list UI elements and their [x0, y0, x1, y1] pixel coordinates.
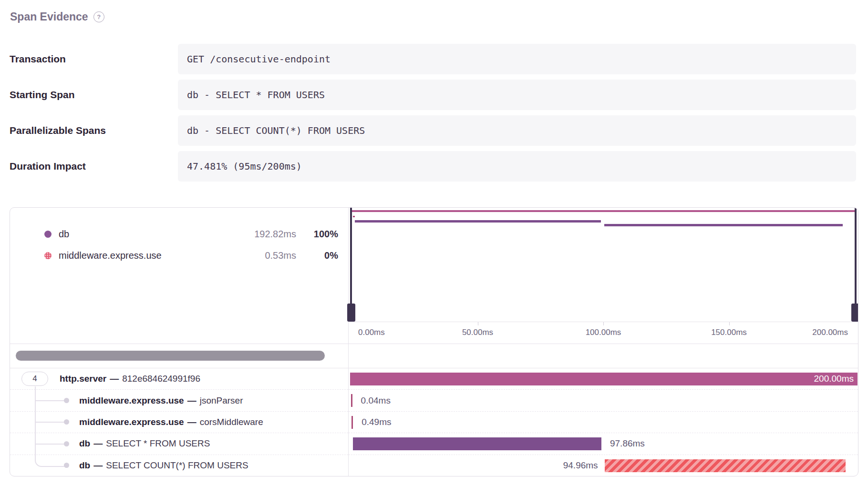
trace-minimap[interactable] [349, 208, 858, 322]
horizontal-scrollbar[interactable] [16, 351, 325, 361]
span-op: middleware.express.use [79, 395, 184, 406]
span-bar-row[interactable]: 97.86ms [349, 433, 858, 454]
scroll-row-spacer [349, 344, 858, 368]
evidence-row-duration-impact: Duration Impact 47.481% (95ms/200ms) [10, 151, 856, 182]
span-duration-bar[interactable] [351, 416, 353, 429]
axis-tick [478, 322, 478, 325]
span-bar-row[interactable]: 0.49ms [349, 411, 858, 433]
axis-tick [729, 322, 730, 325]
evidence-row-transaction: Transaction GET /consecutive-endpoint [10, 44, 856, 74]
legend-op-duration: 192.82ms [237, 229, 296, 240]
evidence-label: Starting Span [10, 80, 178, 110]
span-description: corsMiddleware [200, 417, 263, 427]
axis-tick-label: 100.00ms [586, 328, 621, 337]
legend-op-percent: 0% [296, 250, 338, 261]
span-duration-label: 97.86ms [610, 433, 645, 454]
legend-op-name: middleware.express.use [59, 250, 237, 261]
axis-tick-label: 200.00ms [812, 328, 848, 337]
span-bar-row[interactable]: 200.00ms [349, 368, 858, 389]
span-separator: — [187, 417, 196, 427]
legend-op-duration: 0.53ms [237, 250, 296, 261]
ops-legend: db 192.82ms 100% middleware.express.use … [10, 208, 349, 322]
tree-connector-line [35, 444, 66, 445]
section-header: Span Evidence ? [10, 10, 104, 23]
legend-color-dot [44, 252, 52, 259]
span-duration-label: 94.96ms [563, 455, 598, 476]
tree-connector-dot [64, 398, 69, 403]
span-op: http.server [60, 374, 106, 384]
span-description: SELECT * FROM USERS [106, 438, 210, 449]
tree-connector-dot [64, 419, 69, 425]
tree-scroll-track [10, 344, 349, 368]
span-duration-bar[interactable] [605, 459, 846, 472]
span-separator: — [187, 395, 196, 406]
span-duration-bar[interactable] [350, 373, 858, 385]
evidence-row-parallelizable-spans: Parallelizable Spans db - SELECT COUNT(*… [10, 115, 856, 146]
time-axis: 0.00ms 50.00ms 100.00ms 150.00ms 200.00m… [349, 322, 858, 344]
help-icon[interactable]: ? [93, 11, 104, 22]
legend-op-name: db [59, 229, 237, 240]
axis-tick-label: 50.00ms [462, 328, 493, 337]
span-bar-row[interactable]: 94.96ms [349, 455, 858, 476]
axis-tick [603, 322, 604, 325]
span-op: db [79, 460, 90, 471]
minimap-span-line [604, 224, 843, 226]
span-tree: 4 http.server — 812e684624991f96 middlew… [10, 368, 349, 476]
span-description: jsonParser [200, 395, 243, 406]
tree-connector-line [35, 422, 66, 423]
evidence-table: Transaction GET /consecutive-endpoint St… [10, 44, 856, 187]
span-duration-label: 200.00ms [814, 368, 854, 389]
span-duration-bars: 200.00ms 0.04ms 0.49ms 97.86ms 94.96ms [349, 368, 858, 476]
minimap-span-line [352, 210, 855, 212]
span-op: db [79, 438, 90, 449]
axis-spacer [10, 322, 349, 344]
legend-color-dot [44, 231, 52, 238]
evidence-label: Duration Impact [10, 151, 178, 182]
span-separator: — [93, 460, 103, 471]
minimap-handle-left[interactable] [347, 304, 355, 322]
evidence-value: db - SELECT COUNT(*) FROM USERS [178, 115, 856, 146]
span-op: middleware.express.use [79, 417, 184, 427]
minimap-handle-right[interactable] [851, 304, 858, 322]
page-title: Span Evidence [10, 10, 88, 23]
tree-connector-dot [64, 441, 69, 446]
span-duration-bar[interactable] [353, 437, 601, 450]
evidence-row-starting-span: Starting Span db - SELECT * FROM USERS [10, 80, 856, 110]
tree-connector-line [35, 400, 66, 401]
span-duration-label: 0.04ms [361, 390, 391, 411]
span-description: 812e684624991f96 [122, 374, 200, 384]
span-separator: — [93, 438, 103, 449]
evidence-value: db - SELECT * FROM USERS [178, 80, 856, 110]
axis-tick-label: 150.00ms [711, 328, 747, 337]
legend-op-percent: 100% [296, 229, 338, 240]
span-bar-row[interactable]: 0.04ms [349, 389, 858, 411]
span-duration-bar[interactable] [351, 394, 352, 407]
minimap-span-line [353, 216, 355, 217]
span-duration-label: 0.49ms [362, 412, 391, 433]
tree-connector-dot [64, 463, 69, 468]
axis-tick-label: 0.00ms [358, 328, 385, 337]
evidence-value: GET /consecutive-endpoint [178, 44, 856, 74]
legend-item-middleware[interactable]: middleware.express.use 0.53ms 0% [10, 245, 348, 266]
legend-item-db[interactable]: db 192.82ms 100% [10, 223, 348, 245]
evidence-label: Parallelizable Spans [10, 115, 178, 146]
minimap-span-line [355, 220, 601, 223]
evidence-value: 47.481% (95ms/200ms) [178, 151, 856, 182]
span-separator: — [110, 374, 119, 384]
span-description: SELECT COUNT(*) FROM USERS [106, 460, 248, 471]
span-waterfall-panel: db 192.82ms 100% middleware.express.use … [10, 207, 858, 476]
span-count-badge[interactable]: 4 [21, 372, 48, 386]
tree-connector-line [35, 386, 67, 467]
minimap-span-lines[interactable] [349, 208, 858, 322]
evidence-label: Transaction [10, 44, 178, 74]
